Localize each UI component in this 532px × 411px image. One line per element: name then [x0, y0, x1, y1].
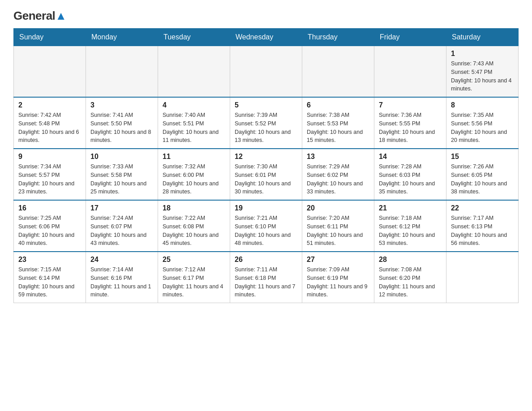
calendar-day-cell: 11Sunrise: 7:32 AMSunset: 6:00 PMDayligh…	[158, 149, 230, 200]
day-number: 18	[163, 204, 225, 212]
day-of-week-header: Thursday	[302, 29, 374, 46]
day-info: Sunrise: 7:11 AMSunset: 6:18 PMDaylight:…	[235, 265, 297, 299]
calendar-day-cell: 24Sunrise: 7:14 AMSunset: 6:16 PMDayligh…	[86, 252, 158, 303]
calendar-day-cell: 5Sunrise: 7:39 AMSunset: 5:52 PMDaylight…	[230, 97, 302, 149]
day-number: 24	[90, 256, 153, 264]
calendar-day-cell: 7Sunrise: 7:36 AMSunset: 5:55 PMDaylight…	[374, 97, 446, 149]
day-number: 23	[18, 256, 81, 264]
day-info: Sunrise: 7:17 AMSunset: 6:13 PMDaylight:…	[451, 214, 514, 248]
logo-general-text: General▲	[13, 9, 67, 23]
day-info: Sunrise: 7:20 AMSunset: 6:11 PMDaylight:…	[307, 214, 369, 248]
calendar-table: SundayMondayTuesdayWednesdayThursdayFrid…	[13, 28, 519, 303]
calendar-week-row: 23Sunrise: 7:15 AMSunset: 6:14 PMDayligh…	[14, 252, 519, 303]
calendar-day-cell: 10Sunrise: 7:33 AMSunset: 5:58 PMDayligh…	[86, 149, 158, 200]
day-info: Sunrise: 7:33 AMSunset: 5:58 PMDaylight:…	[90, 163, 153, 196]
day-info: Sunrise: 7:21 AMSunset: 6:10 PMDaylight:…	[235, 214, 297, 248]
day-number: 7	[379, 101, 442, 109]
day-info: Sunrise: 7:09 AMSunset: 6:19 PMDaylight:…	[307, 265, 369, 299]
calendar-day-cell: 28Sunrise: 7:08 AMSunset: 6:20 PMDayligh…	[374, 252, 446, 303]
day-number: 13	[307, 153, 369, 161]
calendar-day-cell	[86, 46, 158, 98]
calendar-day-cell: 4Sunrise: 7:40 AMSunset: 5:51 PMDaylight…	[158, 97, 230, 149]
calendar-day-cell: 3Sunrise: 7:41 AMSunset: 5:50 PMDaylight…	[86, 97, 158, 149]
calendar-day-cell: 21Sunrise: 7:18 AMSunset: 6:12 PMDayligh…	[374, 200, 446, 252]
day-info: Sunrise: 7:18 AMSunset: 6:12 PMDaylight:…	[379, 214, 442, 248]
day-of-week-header: Friday	[374, 29, 446, 46]
day-number: 14	[379, 153, 442, 161]
calendar-week-row: 2Sunrise: 7:42 AMSunset: 5:48 PMDaylight…	[14, 97, 519, 149]
calendar-day-cell	[446, 252, 519, 303]
calendar-day-cell	[158, 46, 230, 98]
day-info: Sunrise: 7:29 AMSunset: 6:02 PMDaylight:…	[307, 163, 369, 196]
day-info: Sunrise: 7:40 AMSunset: 5:51 PMDaylight:…	[163, 111, 225, 145]
calendar-day-cell: 13Sunrise: 7:29 AMSunset: 6:02 PMDayligh…	[302, 149, 374, 200]
day-number: 8	[451, 101, 514, 109]
day-info: Sunrise: 7:38 AMSunset: 5:53 PMDaylight:…	[307, 111, 369, 145]
day-number: 19	[235, 204, 297, 212]
calendar-day-cell: 23Sunrise: 7:15 AMSunset: 6:14 PMDayligh…	[14, 252, 86, 303]
day-number: 12	[235, 153, 297, 161]
day-info: Sunrise: 7:22 AMSunset: 6:08 PMDaylight:…	[163, 214, 225, 248]
day-number: 9	[18, 153, 81, 161]
day-number: 5	[235, 101, 297, 109]
day-info: Sunrise: 7:15 AMSunset: 6:14 PMDaylight:…	[18, 265, 81, 299]
calendar-week-row: 9Sunrise: 7:34 AMSunset: 5:57 PMDaylight…	[14, 149, 519, 200]
day-of-week-header: Tuesday	[158, 29, 230, 46]
calendar-week-row: 16Sunrise: 7:25 AMSunset: 6:06 PMDayligh…	[14, 200, 519, 252]
day-info: Sunrise: 7:25 AMSunset: 6:06 PMDaylight:…	[18, 214, 81, 248]
calendar-day-cell: 2Sunrise: 7:42 AMSunset: 5:48 PMDaylight…	[14, 97, 86, 149]
logo: General▲	[13, 9, 67, 19]
day-number: 28	[379, 256, 442, 264]
day-info: Sunrise: 7:24 AMSunset: 6:07 PMDaylight:…	[90, 214, 153, 248]
calendar-day-cell	[230, 46, 302, 98]
day-of-week-header: Sunday	[14, 29, 86, 46]
calendar-day-cell: 15Sunrise: 7:26 AMSunset: 6:05 PMDayligh…	[446, 149, 519, 200]
day-info: Sunrise: 7:35 AMSunset: 5:56 PMDaylight:…	[451, 111, 514, 145]
day-number: 17	[90, 204, 153, 212]
day-info: Sunrise: 7:43 AMSunset: 5:47 PMDaylight:…	[451, 60, 514, 93]
day-number: 11	[163, 153, 225, 161]
calendar-day-cell: 26Sunrise: 7:11 AMSunset: 6:18 PMDayligh…	[230, 252, 302, 303]
calendar-day-cell: 20Sunrise: 7:20 AMSunset: 6:11 PMDayligh…	[302, 200, 374, 252]
calendar-day-cell: 8Sunrise: 7:35 AMSunset: 5:56 PMDaylight…	[446, 97, 519, 149]
day-info: Sunrise: 7:34 AMSunset: 5:57 PMDaylight:…	[18, 163, 81, 196]
day-of-week-header: Monday	[86, 29, 158, 46]
day-number: 15	[451, 153, 514, 161]
day-number: 16	[18, 204, 81, 212]
calendar-day-cell	[14, 46, 86, 98]
day-info: Sunrise: 7:26 AMSunset: 6:05 PMDaylight:…	[451, 163, 514, 196]
calendar-day-cell: 6Sunrise: 7:38 AMSunset: 5:53 PMDaylight…	[302, 97, 374, 149]
calendar-week-row: 1Sunrise: 7:43 AMSunset: 5:47 PMDaylight…	[14, 46, 519, 98]
day-of-week-header: Wednesday	[230, 29, 302, 46]
calendar-day-cell	[302, 46, 374, 98]
calendar-day-cell: 16Sunrise: 7:25 AMSunset: 6:06 PMDayligh…	[14, 200, 86, 252]
day-number: 25	[163, 256, 225, 264]
page-header: General▲	[13, 9, 519, 19]
day-info: Sunrise: 7:36 AMSunset: 5:55 PMDaylight:…	[379, 111, 442, 145]
calendar-header-row: SundayMondayTuesdayWednesdayThursdayFrid…	[14, 29, 519, 46]
day-info: Sunrise: 7:28 AMSunset: 6:03 PMDaylight:…	[379, 163, 442, 196]
logo-triangle-icon: ▲	[55, 9, 66, 22]
day-number: 1	[451, 50, 514, 58]
day-of-week-header: Saturday	[446, 29, 519, 46]
calendar-day-cell	[374, 46, 446, 98]
day-info: Sunrise: 7:08 AMSunset: 6:20 PMDaylight:…	[379, 265, 442, 299]
day-number: 20	[307, 204, 369, 212]
day-info: Sunrise: 7:12 AMSunset: 6:17 PMDaylight:…	[163, 265, 225, 299]
calendar-day-cell: 14Sunrise: 7:28 AMSunset: 6:03 PMDayligh…	[374, 149, 446, 200]
day-number: 26	[235, 256, 297, 264]
day-info: Sunrise: 7:30 AMSunset: 6:01 PMDaylight:…	[235, 163, 297, 196]
calendar-day-cell: 1Sunrise: 7:43 AMSunset: 5:47 PMDaylight…	[446, 46, 519, 98]
day-info: Sunrise: 7:42 AMSunset: 5:48 PMDaylight:…	[18, 111, 81, 145]
day-number: 3	[90, 101, 153, 109]
day-number: 21	[379, 204, 442, 212]
calendar-day-cell: 9Sunrise: 7:34 AMSunset: 5:57 PMDaylight…	[14, 149, 86, 200]
calendar-day-cell: 18Sunrise: 7:22 AMSunset: 6:08 PMDayligh…	[158, 200, 230, 252]
day-info: Sunrise: 7:32 AMSunset: 6:00 PMDaylight:…	[163, 163, 225, 196]
calendar-day-cell: 12Sunrise: 7:30 AMSunset: 6:01 PMDayligh…	[230, 149, 302, 200]
calendar-day-cell: 22Sunrise: 7:17 AMSunset: 6:13 PMDayligh…	[446, 200, 519, 252]
day-number: 22	[451, 204, 514, 212]
day-number: 10	[90, 153, 153, 161]
day-info: Sunrise: 7:41 AMSunset: 5:50 PMDaylight:…	[90, 111, 153, 145]
day-number: 4	[163, 101, 225, 109]
